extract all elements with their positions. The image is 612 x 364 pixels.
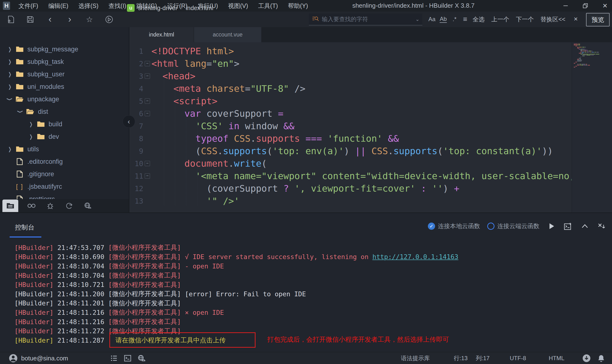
run-console-icon[interactable] xyxy=(548,222,555,230)
minimize-button[interactable] xyxy=(557,0,574,12)
menu-item[interactable]: 帮助(Y) xyxy=(283,0,313,12)
menu-item[interactable]: 视图(V) xyxy=(223,0,253,12)
language-label[interactable]: HTML xyxy=(549,355,564,362)
menu-item[interactable]: 编辑(E) xyxy=(43,0,73,12)
remote-cloudfn-checkbox[interactable] xyxy=(487,222,494,230)
chevron-down-icon[interactable]: ⌄ xyxy=(415,16,420,22)
terminal-icon[interactable] xyxy=(124,355,131,362)
close-button[interactable]: ✕ xyxy=(597,0,612,12)
tree-item-utils[interactable]: ❯utils xyxy=(0,143,129,155)
tree-item-jsbeautifyrc[interactable]: [ ].jsbeautifyrc xyxy=(0,180,129,193)
regex-button[interactable]: .* xyxy=(449,13,460,25)
tree-item-subpkg_task[interactable]: ❯subpkg_task xyxy=(0,55,129,68)
clear-console-icon[interactable] xyxy=(598,223,606,230)
preview-button[interactable]: 预览 xyxy=(586,13,610,26)
update-download-icon[interactable] xyxy=(582,354,591,363)
select-all-button[interactable]: 全选 xyxy=(473,13,485,25)
tab-account-vue[interactable]: account.vue xyxy=(194,27,261,42)
search-panel-icon[interactable] xyxy=(24,200,40,212)
tree-item-dev[interactable]: ❯dev xyxy=(0,130,129,143)
favorite-star-icon[interactable]: ☆ xyxy=(82,12,97,27)
log-source: [HBuilder] xyxy=(14,327,54,335)
tree-item-build[interactable]: ❯build xyxy=(0,118,129,130)
close-find-icon[interactable]: ✕ xyxy=(573,13,578,25)
code-line: 7 'CSS' in window && xyxy=(129,120,612,132)
folder-icon xyxy=(36,121,46,128)
fold-marker-icon[interactable]: − xyxy=(143,61,151,66)
find-prev-button[interactable]: 上一个 xyxy=(491,13,509,25)
fold-marker-icon[interactable]: − xyxy=(143,161,151,166)
menu-item[interactable]: 工具(T) xyxy=(253,0,283,12)
match-case-button[interactable]: Aa xyxy=(427,13,437,25)
console-line: [HBuilder] 21:48:11.216 [微信小程序开发者工具] × o… xyxy=(0,308,612,317)
tree-item-dist[interactable]: ❯dist xyxy=(0,105,129,118)
notification-bell-icon[interactable] xyxy=(598,354,605,362)
line-number: 12 xyxy=(129,184,143,193)
back-icon[interactable]: ‹ xyxy=(43,12,57,27)
whole-word-button[interactable]: Ab xyxy=(438,13,449,25)
tree-item-subpkg_message[interactable]: ❯subpkg_message xyxy=(0,43,129,55)
minimap-row xyxy=(574,44,612,44)
find-bar: ⌄ xyxy=(309,13,422,26)
files-panel-icon[interactable] xyxy=(2,199,18,212)
breadcrumb-project[interactable]: shenling-driver xyxy=(138,5,177,12)
log-source: [HBuilder] xyxy=(14,262,54,270)
restore-button[interactable] xyxy=(577,0,594,12)
fold-marker-icon[interactable]: − xyxy=(143,111,151,116)
log-time: 21:48:10.721 xyxy=(54,281,109,288)
new-file-icon[interactable] xyxy=(4,12,18,27)
tree-item-gitignore[interactable]: .gitignore xyxy=(0,168,129,180)
syntax-lib-label[interactable]: 语法提示库 xyxy=(401,354,430,362)
menu-item[interactable]: 文件(F) xyxy=(14,0,43,12)
menu-item[interactable]: 选择(S) xyxy=(73,0,103,12)
sidebar-collapse-button[interactable]: ‹ xyxy=(122,115,135,128)
local-cloudfn-checkbox[interactable]: ✓ xyxy=(428,222,435,230)
tree-item-editorconfig[interactable]: .editorconfig xyxy=(0,155,129,168)
breadcrumb-file[interactable]: index.html xyxy=(186,5,213,12)
encoding-label[interactable]: UTF-8 xyxy=(510,355,526,362)
tree-item-unpackage[interactable]: ❯unpackage xyxy=(0,93,129,105)
indent-guide xyxy=(197,121,197,206)
code-text: <html lang="en"> xyxy=(151,58,239,69)
code-editor[interactable]: 1<!DOCTYPE html>2−<html lang="en">3− <he… xyxy=(129,42,612,212)
search-input[interactable] xyxy=(321,16,412,23)
code-text: <!DOCTYPE html> xyxy=(151,46,234,56)
line-number: 3 xyxy=(129,72,143,80)
tree-item-uni_modules[interactable]: ❯uni_modules xyxy=(0,80,129,93)
web-service-icon[interactable] xyxy=(137,355,146,362)
cursor-line-label[interactable]: 行:13 xyxy=(454,354,468,362)
tab-index-html[interactable]: index.html xyxy=(129,27,194,42)
log-time: 21:48:10.704 xyxy=(54,272,109,279)
cursor-col-label[interactable]: 列:17 xyxy=(476,354,490,362)
log-source: [HBuilder] xyxy=(14,299,54,307)
search-icon xyxy=(312,15,319,23)
fold-marker-icon[interactable]: − xyxy=(143,74,151,79)
find-next-button[interactable]: 下一个 xyxy=(516,13,534,25)
chevron-right-icon: ❯ xyxy=(7,84,13,90)
fold-marker-icon[interactable]: − xyxy=(143,98,151,104)
log-time: 21:48:11.216 xyxy=(54,309,109,316)
publish-panel-icon[interactable] xyxy=(61,200,77,212)
forward-icon[interactable]: › xyxy=(63,12,77,27)
collapse-console-icon[interactable] xyxy=(581,223,588,229)
chevron-right-icon: ❯ xyxy=(7,59,13,65)
save-icon[interactable] xyxy=(23,12,38,27)
tree-item-subpkg_user[interactable]: ❯subpkg_user xyxy=(0,68,129,80)
debug-panel-icon[interactable] xyxy=(42,200,58,212)
fold-marker-icon[interactable]: − xyxy=(143,173,151,179)
account-label[interactable]: botue@sina.com xyxy=(21,355,68,362)
minimap-row xyxy=(581,52,612,52)
minimap[interactable] xyxy=(571,42,612,212)
console-tab[interactable]: 控制台 xyxy=(15,223,34,232)
log-url-link[interactable]: http://127.0.0.1:14163 xyxy=(372,253,458,260)
web-panel-icon[interactable] xyxy=(80,200,96,212)
log-tool: [微信小程序开发者工具] xyxy=(108,280,181,289)
code-text: var coverSupport = xyxy=(151,108,283,119)
outline-icon[interactable] xyxy=(110,355,118,362)
avatar[interactable] xyxy=(9,354,18,363)
run-icon[interactable] xyxy=(102,12,116,27)
replace-area-button[interactable]: 替换区<< xyxy=(540,13,565,25)
new-terminal-icon[interactable] xyxy=(564,222,572,230)
minimap-row xyxy=(581,50,612,51)
multiline-button[interactable]: ≡ xyxy=(460,13,470,25)
